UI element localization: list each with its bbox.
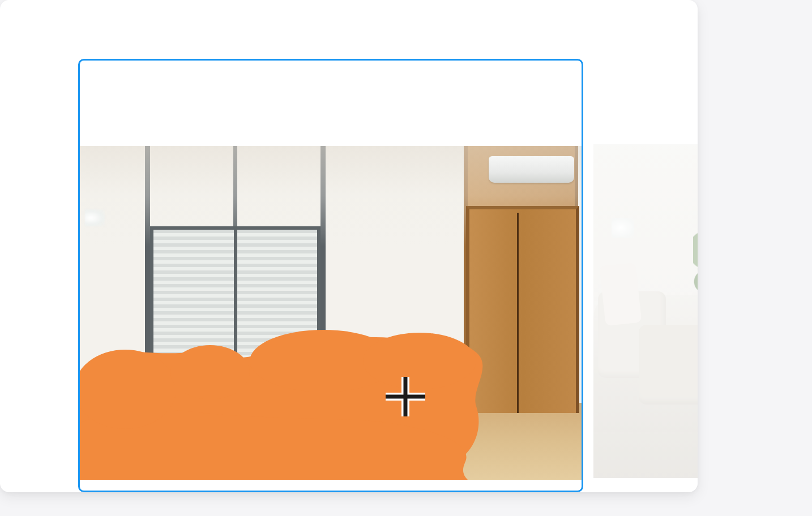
editor-card <box>0 0 698 492</box>
empty-room-photo <box>80 146 582 480</box>
image-canvas[interactable] <box>78 59 583 492</box>
furnished-room-photo <box>593 144 698 478</box>
result-preview[interactable] <box>593 59 698 492</box>
